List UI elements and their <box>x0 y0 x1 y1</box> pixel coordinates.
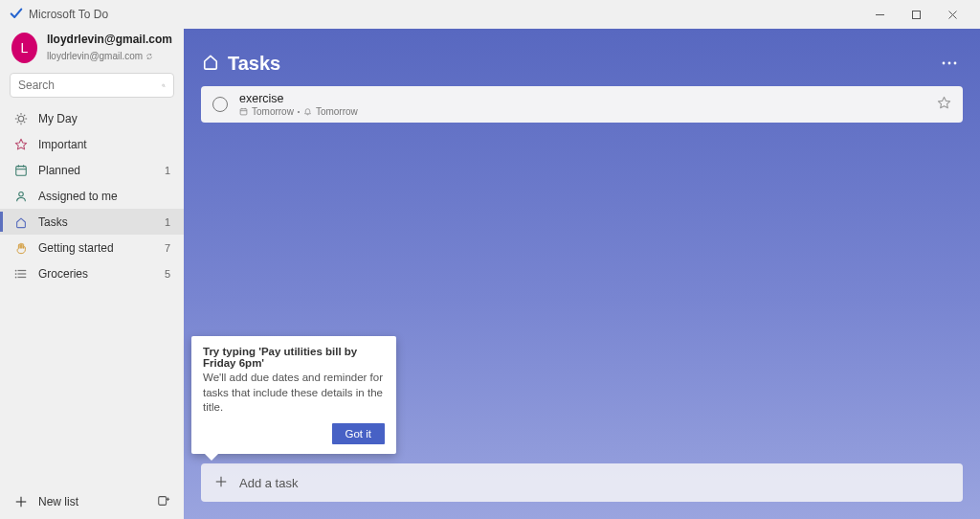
bell-icon <box>303 107 312 116</box>
nav-count: 1 <box>165 165 170 176</box>
sidebar: L lloydrlevin@gmail.com lloydrlevin@gmai… <box>0 29 184 519</box>
separator-dot <box>298 111 300 113</box>
add-task-placeholder: Add a task <box>239 476 298 490</box>
sync-icon <box>145 53 153 60</box>
app-title: Microsoft To Do <box>29 8 108 21</box>
app-logo-icon <box>10 7 23 23</box>
window-minimize-button[interactable] <box>861 1 898 28</box>
window-close-button[interactable] <box>934 1 970 28</box>
nav-tasks[interactable]: Tasks 1 <box>0 209 184 235</box>
search-box[interactable] <box>10 73 174 98</box>
more-options-button[interactable] <box>936 46 963 75</box>
account-name: lloydrlevin@gmail.com <box>47 33 172 46</box>
nav-count: 7 <box>165 242 170 254</box>
svg-point-33 <box>954 62 957 65</box>
new-list-label: New list <box>38 495 78 508</box>
svg-rect-28 <box>912 11 920 18</box>
nav-groceries[interactable]: Groceries 5 <box>0 260 184 286</box>
nav-my-day[interactable]: My Day <box>0 105 184 131</box>
account-sub: lloydrlevin@gmail.com <box>47 51 153 61</box>
tip-popup: Try typing 'Pay utilities bill by Friday… <box>191 336 396 454</box>
main-panel: Tasks exercise Tomorrow Tom <box>184 29 980 519</box>
home-icon <box>201 52 220 75</box>
hand-icon <box>13 241 29 255</box>
title-bar: Microsoft To Do <box>0 0 980 29</box>
tip-arrow <box>205 454 218 461</box>
page-title: Tasks <box>228 53 936 75</box>
nav-label: Groceries <box>38 267 165 281</box>
list-icon <box>13 267 29 281</box>
task-list: exercise Tomorrow Tomorrow <box>201 86 963 128</box>
calendar-icon <box>239 107 248 116</box>
nav-label: Important <box>38 138 170 151</box>
home-icon <box>13 215 29 229</box>
account-header[interactable]: L lloydrlevin@gmail.com lloydrlevin@gmai… <box>0 29 184 73</box>
task-title: exercise <box>239 92 937 105</box>
nav-planned[interactable]: Planned 1 <box>0 157 184 183</box>
window-maximize-button[interactable] <box>898 1 934 28</box>
avatar: L <box>11 33 37 63</box>
app-window: Microsoft To Do L lloydrlevin@gmail.com … <box>0 0 980 519</box>
nav-getting-started[interactable]: Getting started 7 <box>0 235 184 260</box>
task-due: Tomorrow <box>252 106 294 117</box>
search-icon <box>162 79 166 92</box>
nav-important[interactable]: Important <box>0 131 184 157</box>
star-icon <box>13 138 29 151</box>
star-icon <box>937 96 951 110</box>
sun-icon <box>13 112 29 125</box>
nav-label: Planned <box>38 164 165 177</box>
task-meta: Tomorrow Tomorrow <box>239 106 937 117</box>
avatar-letter: L <box>21 40 29 56</box>
nav-list: My Day Important Planned 1 Assigned to m… <box>0 105 184 286</box>
nav-label: Getting started <box>38 241 165 255</box>
search-input[interactable] <box>18 79 162 92</box>
task-reminder: Tomorrow <box>316 106 358 117</box>
main-header: Tasks <box>201 29 963 86</box>
task-row[interactable]: exercise Tomorrow Tomorrow <box>201 86 963 123</box>
new-list-row[interactable]: New list <box>0 485 184 519</box>
plus-icon <box>214 475 228 491</box>
svg-point-32 <box>948 62 951 65</box>
plus-icon <box>13 495 29 508</box>
tip-title: Try typing 'Pay utilities bill by Friday… <box>203 346 385 369</box>
tip-gotit-button[interactable]: Got it <box>332 423 385 444</box>
nav-assigned[interactable]: Assigned to me <box>0 183 184 209</box>
more-icon <box>942 61 957 65</box>
nav-label: Tasks <box>38 215 165 229</box>
add-group-button[interactable] <box>157 494 170 510</box>
nav-label: My Day <box>38 112 170 125</box>
nav-count: 1 <box>165 216 170 228</box>
nav-count: 5 <box>165 268 170 280</box>
svg-point-31 <box>943 62 946 65</box>
add-group-icon <box>157 494 170 508</box>
user-icon <box>13 190 29 203</box>
tip-body: We'll add due dates and reminder for tas… <box>203 371 385 416</box>
add-task-input[interactable]: Add a task <box>201 463 963 502</box>
complete-toggle[interactable] <box>212 97 228 112</box>
nav-label: Assigned to me <box>38 190 170 203</box>
calendar-icon <box>13 164 29 177</box>
star-toggle[interactable] <box>937 96 951 114</box>
